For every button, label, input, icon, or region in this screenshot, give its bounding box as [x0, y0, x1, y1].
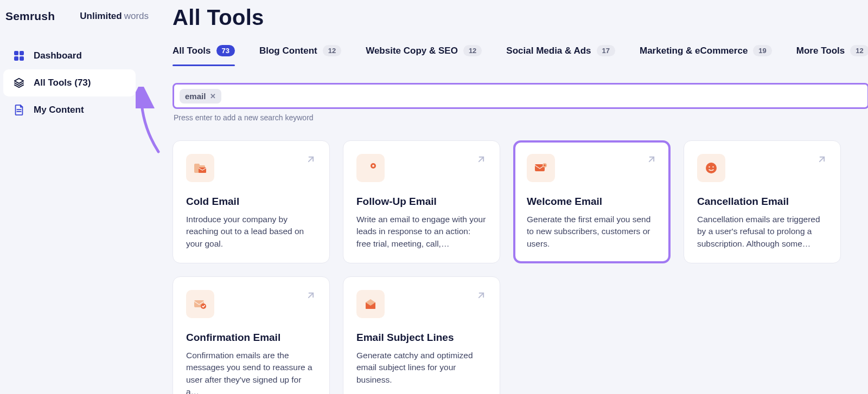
svg-rect-1: [20, 51, 24, 55]
svg-point-21: [712, 166, 713, 167]
tab-label: Social Media & Ads: [506, 46, 591, 56]
main-content: All Tools All Tools 73 Blog Content 12 W…: [141, 0, 868, 394]
folder-mail-icon: [186, 154, 214, 182]
card-title: Confirmation Email: [186, 331, 316, 344]
card-title: Cancellation Email: [697, 195, 827, 208]
sidebar-item-my-content[interactable]: My Content: [3, 96, 136, 124]
tool-card-follow-up-email[interactable]: Follow-Up Email Write an email to engage…: [343, 140, 500, 263]
svg-marker-4: [15, 79, 24, 83]
tool-card-cancellation-email[interactable]: Cancellation Email Cancellation emails a…: [684, 140, 841, 263]
tab-count: 12: [850, 45, 868, 56]
tab-label: Blog Content: [259, 46, 317, 56]
arrow-up-right-icon: [476, 290, 487, 303]
arrow-up-right-icon: [646, 154, 657, 167]
svg-point-20: [709, 166, 710, 167]
card-desc: Generate catchy and optimized email subj…: [356, 350, 487, 386]
tool-tabs: All Tools 73 Blog Content 12 Website Cop…: [173, 40, 868, 67]
tab-count: 12: [323, 45, 341, 56]
card-title: Email Subject Lines: [356, 331, 487, 344]
arrow-up-right-icon: [305, 154, 316, 167]
arrow-up-right-icon: [816, 154, 827, 167]
tab-social-media-ads[interactable]: Social Media & Ads 17: [506, 40, 615, 66]
search-text-field[interactable]: [221, 88, 861, 104]
open-mail-icon: [356, 290, 385, 318]
mail-check-icon: [186, 290, 214, 318]
card-title: Cold Email: [186, 195, 316, 208]
svg-rect-2: [14, 56, 18, 61]
page-title: All Tools: [173, 5, 868, 30]
search-chip[interactable]: email ✕: [180, 89, 221, 104]
layers-icon: [13, 77, 25, 89]
tools-grid: Cold Email Introduce your company by rea…: [173, 140, 868, 394]
tab-website-copy-seo[interactable]: Website Copy & SEO 12: [366, 40, 482, 66]
card-desc: Write an email to engage with your leads…: [356, 214, 487, 250]
tab-label: More Tools: [796, 46, 845, 56]
tab-count: 19: [753, 45, 771, 56]
svg-line-13: [479, 157, 483, 162]
tool-card-email-subject-lines[interactable]: Email Subject Lines Generate catchy and …: [343, 276, 500, 394]
tab-more-tools[interactable]: More Tools 12: [796, 40, 868, 66]
tab-marketing-ecommerce[interactable]: Marketing & eCommerce 19: [640, 40, 772, 66]
sidebar: Semrush Unlimitedwords Dashboard All Too…: [0, 0, 141, 394]
tab-label: Website Copy & SEO: [366, 46, 458, 56]
tab-count: 12: [463, 45, 482, 56]
tab-label: All Tools: [173, 46, 211, 56]
chip-remove-icon[interactable]: ✕: [210, 92, 216, 100]
svg-rect-8: [194, 164, 200, 167]
svg-rect-3: [20, 56, 24, 61]
svg-line-26: [479, 293, 483, 298]
sidebar-item-label: All Tools (73): [34, 77, 91, 88]
svg-point-12: [372, 165, 374, 167]
svg-line-10: [309, 157, 313, 162]
tool-card-cold-email[interactable]: Cold Email Introduce your company by rea…: [173, 140, 330, 263]
card-desc: Generate the first email you send to new…: [527, 214, 657, 250]
arrow-up-right-icon: [305, 290, 316, 303]
svg-rect-0: [14, 51, 18, 55]
sidebar-item-label: My Content: [34, 105, 84, 115]
search-chip-label: email: [185, 92, 206, 101]
svg-line-22: [820, 157, 824, 162]
dashboard-icon: [13, 50, 25, 62]
sidebar-item-all-tools[interactable]: All Tools (73): [3, 69, 136, 96]
tool-card-confirmation-email[interactable]: Confirmation Email Confirmation emails a…: [173, 276, 330, 394]
tab-blog-content[interactable]: Blog Content 12: [259, 40, 341, 66]
tab-label: Marketing & eCommerce: [640, 46, 748, 56]
sidebar-item-dashboard[interactable]: Dashboard: [3, 42, 136, 69]
svg-line-18: [649, 157, 654, 162]
reply-target-icon: [356, 154, 385, 182]
tool-card-welcome-email[interactable]: Welcome Email Generate the first email y…: [513, 140, 671, 263]
sidebar-item-label: Dashboard: [34, 50, 82, 61]
svg-line-25: [309, 293, 313, 298]
search-input[interactable]: email ✕: [173, 83, 868, 109]
tab-count: 73: [216, 45, 235, 56]
search-hint: Press enter to add a new search keyword: [173, 113, 868, 122]
card-desc: Cancellation emails are triggered by a u…: [697, 214, 827, 250]
mail-plus-icon: [527, 154, 555, 182]
card-desc: Introduce your company by reaching out t…: [186, 214, 316, 250]
smile-icon: [697, 154, 725, 182]
card-desc: Confirmation emails are the messages you…: [186, 350, 316, 394]
card-title: Follow-Up Email: [356, 195, 487, 208]
word-credits: Unlimitedwords: [80, 11, 149, 22]
svg-point-19: [706, 163, 717, 173]
document-icon: [13, 104, 25, 116]
brand-logo: Semrush: [5, 10, 55, 23]
card-title: Welcome Email: [527, 195, 657, 208]
arrow-up-right-icon: [476, 154, 487, 167]
tab-all-tools[interactable]: All Tools 73: [173, 40, 235, 66]
tab-count: 17: [597, 45, 615, 56]
